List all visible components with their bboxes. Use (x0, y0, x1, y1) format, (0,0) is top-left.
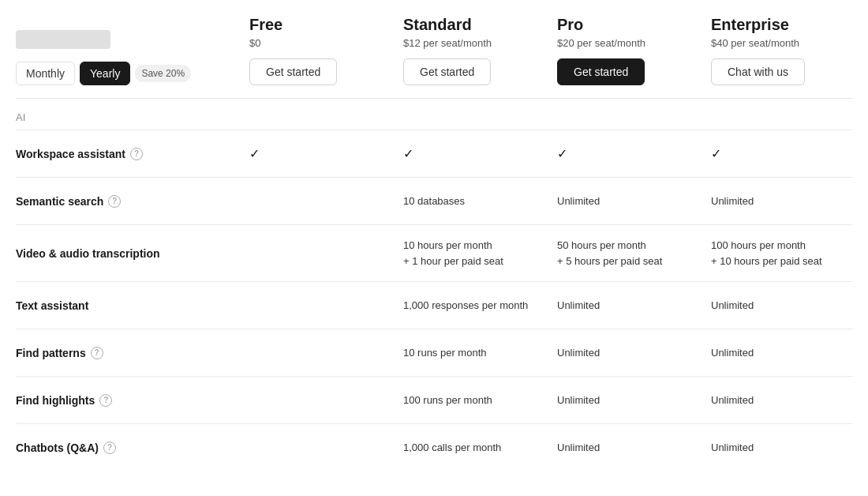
feature-value-1-1: 10 databases (403, 194, 532, 209)
save-badge: Save 20% (135, 65, 191, 82)
plan-header-standard: Standard $12 per seat/month Get started (391, 16, 544, 85)
plan-header-free: Free $0 Get started (237, 16, 391, 85)
help-icon-6[interactable]: ? (103, 442, 116, 454)
feature-value-6-2: Unlimited (557, 440, 686, 456)
billing-toggle: Monthly Yearly Save 20% (16, 62, 237, 85)
plan-price-free: $0 (249, 37, 378, 49)
feature-cell-4-3: Unlimited (698, 333, 852, 374)
feature-value-6-3: Unlimited (711, 440, 840, 456)
feature-cell-3-2: Unlimited (544, 285, 698, 326)
feature-row: Chatbots (Q&A)?1,000 calls per monthUnli… (16, 423, 852, 471)
plan-cta-pro[interactable]: Get started (557, 58, 645, 85)
feature-cell-5-1: 100 runs per month (391, 380, 544, 421)
plan-cta-enterprise[interactable]: Chat with us (711, 58, 805, 85)
features-container: Workspace assistant?✓✓✓✓Semantic search?… (16, 130, 852, 471)
feature-row: Workspace assistant?✓✓✓✓ (16, 130, 852, 177)
feature-name-1: Semantic search? (16, 182, 237, 220)
monthly-toggle[interactable]: Monthly (16, 62, 75, 85)
feature-name-5: Find highlights? (16, 381, 237, 419)
feature-value-3-2: Unlimited (557, 298, 686, 314)
feature-cell-0-1: ✓ (391, 133, 544, 174)
feature-value-4-3: Unlimited (711, 345, 840, 361)
feature-value-5-3: Unlimited (711, 393, 840, 408)
feature-value-3-1: 1,000 responses per month (403, 298, 532, 314)
feature-label-1: Semantic search (16, 195, 103, 208)
help-icon-5[interactable]: ? (99, 394, 112, 407)
feature-label-5: Find highlights (16, 394, 95, 407)
feature-row: Find patterns?10 runs per monthUnlimited… (16, 329, 852, 376)
help-icon-0[interactable]: ? (130, 148, 143, 160)
feature-value-4-1: 10 runs per month (403, 345, 532, 361)
feature-name-2: Video & audio transcription (16, 235, 237, 272)
feature-row: Find highlights?100 runs per monthUnlimi… (16, 376, 852, 423)
feature-name-0: Workspace assistant? (16, 135, 237, 173)
feature-name-4: Find patterns? (16, 334, 237, 372)
feature-cell-2-0 (237, 241, 391, 266)
feature-cell-1-3: Unlimited (698, 181, 852, 222)
help-icon-4[interactable]: ? (91, 347, 103, 359)
feature-cell-6-2: Unlimited (544, 427, 698, 468)
section-label-ai: AI (16, 111, 237, 123)
feature-cell-3-0 (237, 293, 391, 318)
section-ai: AI (16, 99, 852, 130)
feature-row: Video & audio transcription10 hours per … (16, 224, 852, 281)
plan-cta-free[interactable]: Get started (249, 58, 337, 85)
feature-cell-5-3: Unlimited (698, 380, 852, 421)
feature-value-6-1: 1,000 calls per month (403, 440, 532, 456)
feature-value-2-2: 50 hours per month+ 5 hours per paid sea… (557, 238, 686, 269)
feature-value-5-2: Unlimited (557, 393, 686, 408)
feature-cell-4-0 (237, 340, 391, 366)
feature-value-1-3: Unlimited (711, 194, 840, 209)
feature-cell-1-1: 10 databases (391, 181, 544, 222)
feature-cell-2-3: 100 hours per month+ 10 hours per paid s… (698, 225, 852, 281)
check-icon-0-1: ✓ (403, 147, 413, 160)
plan-cta-standard[interactable]: Get started (403, 58, 491, 85)
plan-header-enterprise: Enterprise $40 per seat/month Chat with … (698, 16, 852, 85)
logo (16, 30, 110, 49)
feature-row: Semantic search?10 databasesUnlimitedUnl… (16, 177, 852, 224)
feature-cell-4-2: Unlimited (544, 333, 698, 374)
feature-label-2: Video & audio transcription (16, 247, 160, 260)
feature-value-2-1: 10 hours per month+ 1 hour per paid seat (403, 238, 532, 269)
feature-label-0: Workspace assistant (16, 148, 125, 160)
feature-cell-4-1: 10 runs per month (391, 333, 544, 374)
yearly-toggle[interactable]: Yearly (80, 62, 130, 85)
feature-value-2-3: 100 hours per month+ 10 hours per paid s… (711, 238, 840, 269)
feature-cell-6-0 (237, 435, 391, 460)
feature-cell-2-2: 50 hours per month+ 5 hours per paid sea… (544, 225, 698, 281)
header-row: Monthly Yearly Save 20% Free $0 Get star… (16, 0, 852, 99)
plan-price-standard: $12 per seat/month (403, 37, 532, 49)
plan-header-pro: Pro $20 per seat/month Get started (544, 16, 698, 85)
feature-cell-0-3: ✓ (698, 133, 852, 174)
feature-label-6: Chatbots (Q&A) (16, 442, 99, 454)
check-icon-0-0: ✓ (249, 147, 260, 160)
plan-price-enterprise: $40 per seat/month (711, 37, 840, 49)
feature-cell-1-2: Unlimited (544, 181, 698, 222)
help-icon-1[interactable]: ? (108, 195, 121, 208)
feature-name-6: Chatbots (Q&A)? (16, 429, 237, 467)
feature-cell-3-3: Unlimited (698, 285, 852, 326)
feature-label-3: Text assistant (16, 299, 88, 312)
feature-cell-6-1: 1,000 calls per month (391, 427, 544, 468)
pricing-page: Monthly Yearly Save 20% Free $0 Get star… (0, 0, 868, 471)
feature-cell-5-0 (237, 388, 391, 413)
plan-price-pro: $20 per seat/month (557, 37, 686, 49)
plan-name-enterprise: Enterprise (711, 16, 840, 34)
feature-cell-6-3: Unlimited (698, 427, 852, 468)
left-header: Monthly Yearly Save 20% (16, 30, 237, 85)
plan-name-standard: Standard (403, 16, 532, 34)
feature-cell-2-1: 10 hours per month+ 1 hour per paid seat (391, 225, 544, 281)
check-icon-0-3: ✓ (711, 147, 721, 160)
plan-name-pro: Pro (557, 16, 686, 34)
feature-cell-5-2: Unlimited (544, 380, 698, 421)
feature-value-1-2: Unlimited (557, 194, 686, 209)
feature-label-4: Find patterns (16, 347, 86, 359)
feature-row: Text assistant1,000 responses per monthU… (16, 281, 852, 329)
check-icon-0-2: ✓ (557, 147, 567, 160)
feature-cell-0-0: ✓ (237, 133, 391, 174)
feature-cell-1-0 (237, 189, 391, 214)
feature-cell-3-1: 1,000 responses per month (391, 285, 544, 326)
feature-value-3-3: Unlimited (711, 298, 840, 314)
feature-name-3: Text assistant (16, 287, 237, 325)
plan-name-free: Free (249, 16, 378, 34)
